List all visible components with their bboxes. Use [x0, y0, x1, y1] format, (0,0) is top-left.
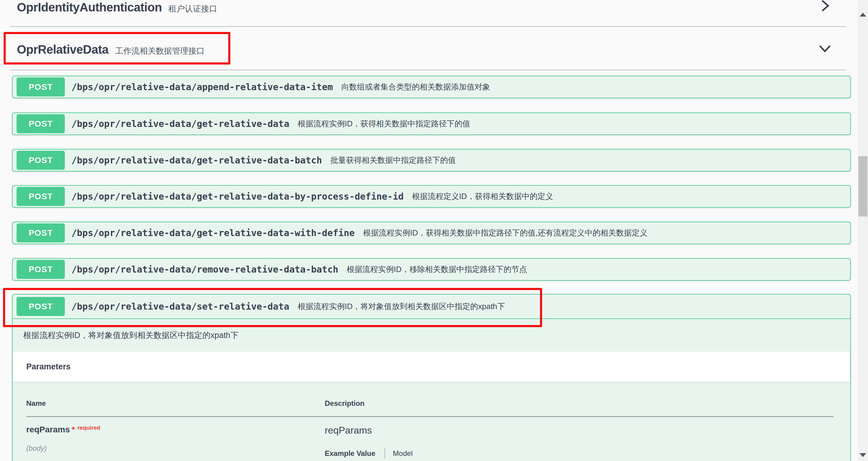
vertical-scrollbar[interactable] — [858, 0, 868, 461]
endpoint-path: /bps/opr/relative-data/get-relative-data — [71, 119, 289, 129]
endpoint-row-set-relative-data[interactable]: POST /bps/opr/relative-data/set-relative… — [13, 295, 850, 319]
operation-description-wrapper: 根据流程实例ID，将对象值放到相关数据区中指定的xpath下 — [13, 319, 850, 351]
swagger-api-page: OprIdentityAuthentication 租户认证接口 OprRela… — [0, 0, 868, 461]
chevron-down-icon[interactable] — [818, 44, 832, 53]
endpoint-row-get-relative-data-by-process-define-id[interactable]: POST /bps/opr/relative-data/get-relative… — [12, 185, 851, 208]
model-example-tabs: Example Value Model — [325, 448, 412, 459]
endpoint-path: /bps/opr/relative-data/get-relative-data… — [71, 155, 322, 165]
endpoint-description: 根据流程实例ID，获得相关数据中指定路径下的值,还有流程定义中的相关数据定义 — [363, 228, 647, 238]
parameter-name: reqParams — [26, 425, 70, 434]
endpoint-description: 根据流程实例ID，获得相关数据中指定路径下的值 — [298, 119, 470, 129]
required-label: required — [78, 425, 100, 431]
endpoint-description: 根据流程实例ID，移除相关数据中指定路径下的节点 — [347, 264, 527, 275]
endpoint-row-remove-relative-data-batch[interactable]: POST /bps/opr/relative-data/remove-relat… — [12, 258, 851, 281]
endpoint-path: /bps/opr/relative-data/get-relative-data… — [71, 191, 404, 202]
post-method-badge: POST — [17, 223, 65, 242]
tab-separator — [384, 448, 385, 459]
endpoint-row-get-relative-data[interactable]: POST /bps/opr/relative-data/get-relative… — [12, 113, 851, 135]
endpoint-description: 向数组或者集合类型的相关数据添加值对象 — [341, 82, 490, 92]
endpoint-description: 根据流程定义ID，获得相关数据中的定义 — [412, 191, 553, 202]
parameter-row-reqparams: reqParams*required (body) reqParams Exam… — [26, 425, 837, 459]
section-title: OprIdentityAuthentication — [17, 1, 162, 14]
parameter-name-cell: reqParams*required (body) — [26, 425, 325, 459]
endpoint-row-append-relative-data-item[interactable]: POST /bps/opr/relative-data/append-relat… — [12, 76, 851, 98]
section-oprrelativedata[interactable]: OprRelativeData 工作流相关数据管理接口 — [17, 43, 205, 56]
post-method-badge: POST — [17, 114, 65, 133]
parameters-title: Parameters — [26, 362, 70, 371]
endpoint-path: /bps/opr/relative-data/get-relative-data… — [71, 228, 354, 238]
endpoint-path: /bps/opr/relative-data/set-relative-data — [71, 301, 289, 312]
section-subtitle: 租户认证接口 — [168, 3, 217, 14]
section-title: OprRelativeData — [17, 43, 108, 56]
post-method-badge: POST — [17, 297, 65, 316]
required-star: * — [72, 425, 75, 434]
section-divider — [10, 26, 846, 27]
post-method-badge: POST — [17, 187, 65, 206]
parameter-location: (body) — [26, 444, 325, 453]
endpoint-path: /bps/opr/relative-data/remove-relative-d… — [71, 264, 338, 275]
column-header-description: Description — [325, 399, 365, 408]
table-header-divider — [26, 416, 834, 417]
scrollbar-down-arrow[interactable] — [860, 453, 866, 457]
column-header-name: Name — [26, 399, 325, 408]
parameter-description-cell: reqParams Example Value Model — [325, 425, 412, 459]
tab-example-value[interactable]: Example Value — [325, 449, 375, 458]
endpoint-path: /bps/opr/relative-data/append-relative-d… — [71, 82, 333, 92]
parameters-table-header-row: Name Description — [26, 399, 837, 408]
parameters-section-header: Parameters — [13, 351, 850, 382]
endpoint-description: 根据流程实例ID，将对象值放到相关数据区中指定的xpath下 — [298, 301, 505, 312]
endpoint-row-get-relative-data-batch[interactable]: POST /bps/opr/relative-data/get-relative… — [12, 149, 851, 172]
section-opridentityauthentication[interactable]: OprIdentityAuthentication 租户认证接口 — [17, 1, 217, 14]
chevron-right-icon[interactable] — [820, 0, 831, 13]
section-divider — [10, 70, 846, 70]
parameters-table: Name Description reqParams*required (bod… — [13, 382, 850, 459]
parameter-description: reqParams — [325, 425, 412, 436]
post-method-badge: POST — [17, 78, 65, 96]
endpoint-expanded-set-relative-data: POST /bps/opr/relative-data/set-relative… — [12, 294, 851, 461]
tab-model[interactable]: Model — [393, 449, 412, 458]
post-method-badge: POST — [17, 151, 65, 170]
scrollbar-up-arrow[interactable] — [860, 13, 866, 17]
operation-description: 根据流程实例ID，将对象值放到相关数据区中指定的xpath下 — [23, 330, 239, 341]
endpoint-row-get-relative-data-with-define[interactable]: POST /bps/opr/relative-data/get-relative… — [12, 222, 851, 244]
endpoint-description: 批量获得相关数据中指定路径下的值 — [331, 155, 456, 165]
post-method-badge: POST — [17, 260, 65, 279]
scrollbar-thumb[interactable] — [858, 156, 867, 216]
section-subtitle: 工作流相关数据管理接口 — [115, 45, 205, 56]
